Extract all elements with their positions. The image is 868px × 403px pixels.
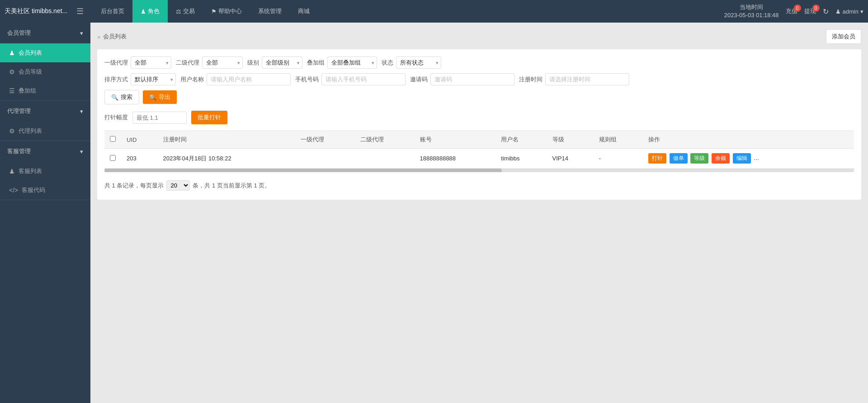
filter-stack-group: 叠加组 全部叠加组: [307, 56, 377, 69]
nav-item-trade[interactable]: ⚖ 交易: [168, 0, 203, 23]
th-username: 用户名: [495, 131, 547, 149]
chevron-icon-agent: ▾: [80, 108, 83, 115]
sidebar-group-customer: 客服管理 ▾ ♟ 客服列表 </> 客服代码: [0, 141, 90, 200]
add-member-button[interactable]: 添加会员: [826, 29, 861, 44]
edit-button[interactable]: 编辑: [733, 153, 751, 164]
sidebar-group-label-agent: 代理管理: [7, 107, 31, 115]
filter-row-2: 排序方式 默认排序 用户名称 手机号码 邀请码: [104, 73, 854, 85]
time-block: 当地时间 2023-05-03 01:18:48: [724, 3, 779, 19]
level-label: 级别: [247, 59, 259, 67]
th-level: 等级: [547, 131, 594, 149]
topnav-right: 当地时间 2023-05-03 01:18:48 0 充值 0 提现 ↻ ♟ a…: [724, 3, 863, 19]
sidebar-item-member-list[interactable]: ♟ 会员列表: [0, 43, 90, 62]
balance-button[interactable]: 余额: [712, 153, 730, 164]
sidebar-group-label-member: 会员管理: [7, 29, 31, 37]
row-level: VIP14: [547, 149, 594, 169]
phone-input[interactable]: [321, 73, 406, 85]
horizontal-scrollbar[interactable]: [104, 169, 854, 172]
search-button[interactable]: 🔍 搜索: [104, 90, 139, 104]
nav-item-shop[interactable]: 商城: [290, 0, 318, 23]
filter-first-agent: 一级代理 全部: [104, 56, 171, 69]
row-checkbox[interactable]: [110, 155, 116, 161]
sort-select-wrapper: 默认排序: [131, 73, 176, 85]
stack-group-select[interactable]: 全部叠加组: [327, 56, 377, 69]
sort-select[interactable]: 默认排序: [131, 73, 176, 85]
status-select[interactable]: 所有状态: [396, 56, 441, 69]
nav-item-role[interactable]: ♟ 角色: [132, 0, 168, 23]
th-reg-time: 注册时间: [158, 131, 295, 149]
sidebar-item-stack-group[interactable]: ☰ 叠加组: [0, 81, 90, 100]
batch-needle-button[interactable]: 批量打针: [191, 111, 227, 124]
table-header-row: UID 注册时间 一级代理 二级代理 账号 用户名 等级 规则组 操作: [104, 131, 854, 149]
time-value: 2023-05-03 01:18:48: [724, 11, 779, 19]
action-button-row: 🔍 搜索 🔍 导出: [104, 90, 854, 104]
nav-item-dashboard[interactable]: 后台首页: [93, 0, 132, 23]
level-button[interactable]: 等级: [690, 153, 708, 164]
refresh-icon[interactable]: ↻: [823, 7, 829, 16]
th-actions: 操作: [643, 131, 854, 149]
sidebar: 会员管理 ▾ ♟ 会员列表 ⚙ 会员等级 ☰ 叠加组 代理管理 ▾ ⚙: [0, 23, 90, 403]
row-account: 18888888888: [415, 149, 496, 169]
export-label: 导出: [159, 93, 170, 101]
pagination-total: 共 1 条记录，每页显示: [104, 182, 164, 190]
needle-amplitude-input[interactable]: [132, 112, 187, 124]
more-button[interactable]: ...: [754, 154, 759, 161]
nav-items: 后台首页 ♟ 角色 ⚖ 交易 ⚑ 帮助中心 系统管理 商城: [93, 0, 318, 23]
sidebar-item-label-customer-code: 客服代码: [22, 186, 45, 194]
sidebar-item-label-agent-list: 代理列表: [19, 127, 42, 135]
per-page-select[interactable]: 10 20 50 100: [166, 180, 190, 191]
filter-level: 级别 全部级别: [247, 56, 302, 69]
sidebar-group-header-member[interactable]: 会员管理 ▾: [0, 23, 90, 43]
row-second-agent: [355, 149, 415, 169]
nav-item-help[interactable]: ⚑ 帮助中心: [203, 0, 250, 23]
chevron-down-icon: ▾: [860, 8, 863, 15]
nav-label-trade: 交易: [183, 7, 195, 15]
select-all-checkbox[interactable]: [110, 136, 116, 142]
order-button[interactable]: 做单: [670, 153, 688, 164]
first-agent-label: 一级代理: [104, 59, 128, 67]
filter-sort: 排序方式 默认排序: [104, 73, 176, 85]
invite-input[interactable]: [430, 73, 514, 85]
export-icon: 🔍: [149, 94, 156, 101]
needle-button[interactable]: 打针: [648, 153, 666, 164]
second-agent-select[interactable]: 全部: [202, 56, 243, 69]
level-select[interactable]: 全部级别: [262, 56, 302, 69]
sidebar-item-label-stack-group: 叠加组: [19, 87, 36, 95]
sidebar-item-member-level[interactable]: ⚙ 会员等级: [0, 62, 90, 81]
role-icon: ♟: [141, 8, 146, 15]
nav-item-system[interactable]: 系统管理: [250, 0, 290, 23]
th-first-agent: 一级代理: [295, 131, 355, 149]
export-button[interactable]: 🔍 导出: [143, 90, 177, 104]
filter-second-agent: 二级代理 全部: [176, 56, 243, 69]
status-select-wrapper: 所有状态: [396, 56, 441, 69]
sidebar-item-customer-code[interactable]: </> 客服代码: [0, 181, 90, 200]
th-uid: UID: [121, 131, 158, 149]
top-navigation: 天美社区 timibbs.net... ☰ 后台首页 ♟ 角色 ⚖ 交易 ⚑ 帮…: [0, 0, 868, 23]
charge-button[interactable]: 0 充值: [786, 7, 797, 15]
needle-amplitude-label: 打针幅度: [104, 113, 128, 122]
sidebar-item-customer-list[interactable]: ♟ 客服列表: [0, 162, 90, 181]
row-rule-group: -: [594, 149, 643, 169]
sidebar-group-agent: 代理管理 ▾ ⚙ 代理列表: [0, 101, 90, 141]
pagination-row: 共 1 条记录，每页显示 10 20 50 100 条，共 1 页当前显示第 1…: [104, 176, 854, 192]
hamburger-icon[interactable]: ☰: [76, 6, 84, 16]
nav-label-help: 帮助中心: [218, 7, 242, 15]
breadcrumb: » 会员列表: [97, 33, 127, 41]
sidebar-item-label-member-level: 会员等级: [19, 68, 42, 76]
trade-icon: ⚖: [176, 8, 181, 15]
sidebar-group-header-customer[interactable]: 客服管理 ▾: [0, 141, 90, 162]
username-input[interactable]: [207, 73, 291, 85]
row-first-agent: [295, 149, 355, 169]
reg-time-input[interactable]: [545, 73, 629, 85]
first-agent-select[interactable]: 全部: [131, 56, 171, 69]
username-label: 用户名称: [180, 75, 204, 84]
status-label: 状态: [382, 59, 393, 67]
sidebar-item-agent-list[interactable]: ⚙ 代理列表: [0, 122, 90, 141]
sidebar-group-header-agent[interactable]: 代理管理 ▾: [0, 101, 90, 122]
row-checkbox-cell: [104, 149, 121, 169]
withdraw-button[interactable]: 0 提现: [804, 7, 816, 15]
user-label: admin: [843, 8, 859, 15]
filter-reg-time: 注册时间: [519, 73, 629, 85]
user-menu[interactable]: ♟ admin ▾: [835, 8, 863, 15]
nav-label-system: 系统管理: [258, 7, 282, 15]
